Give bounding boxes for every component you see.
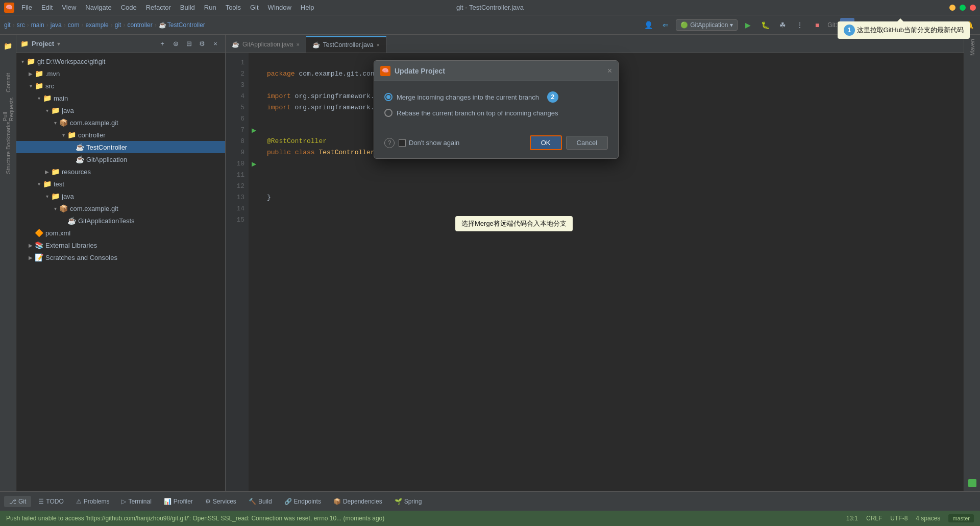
- file-encoding[interactable]: UTF-8: [890, 515, 908, 522]
- test-label: test: [54, 180, 64, 188]
- help-button[interactable]: ?: [384, 138, 395, 148]
- dont-show-checkbox-label[interactable]: Don't show again: [399, 139, 459, 147]
- git-branch-label[interactable]: master: [948, 514, 974, 522]
- ok-button[interactable]: OK: [530, 135, 562, 150]
- minimize-button[interactable]: [949, 5, 955, 11]
- dialog-close-button[interactable]: ×: [607, 66, 612, 76]
- menu-window[interactable]: Window: [264, 2, 296, 13]
- tree-testcontroller[interactable]: ☕ TestController: [16, 141, 225, 153]
- resources-folder-icon: 📁: [51, 168, 60, 176]
- vcs-update-icon[interactable]: ⇐: [658, 18, 673, 32]
- run-button[interactable]: ▶: [741, 18, 755, 32]
- tree-java-main[interactable]: ▾ 📁 java: [16, 104, 225, 116]
- tree-package[interactable]: ▾ 📦 com.example.git: [16, 116, 225, 129]
- bottom-tab-terminal[interactable]: ▷ Terminal: [116, 496, 156, 507]
- tree-resources[interactable]: ▶ 📁 resources: [16, 165, 225, 178]
- menu-edit[interactable]: Edit: [37, 2, 57, 13]
- git-config-dropdown[interactable]: 🟢 GitApplication ▾: [676, 19, 738, 31]
- menu-navigate[interactable]: Navigate: [81, 2, 115, 13]
- bc-testcontroller[interactable]: TestController: [167, 21, 205, 29]
- status-right: 13:1 CRLF UTF-8 4 spaces master: [846, 514, 974, 522]
- tree-src[interactable]: ▾ 📁 src: [16, 80, 225, 92]
- tree-test[interactable]: ▾ 📁 test: [16, 178, 225, 190]
- more-actions-button[interactable]: ⋮: [793, 18, 807, 32]
- tab-gitapplication[interactable]: ☕ GitApplication.java ×: [226, 36, 306, 53]
- right-maven-label[interactable]: Maven: [969, 35, 975, 60]
- tree-gitapplication[interactable]: ☕ GitApplication: [16, 153, 225, 165]
- bc-example[interactable]: example: [85, 21, 108, 29]
- bc-git2[interactable]: git: [115, 21, 121, 29]
- line-separator[interactable]: CRLF: [866, 515, 882, 522]
- tree-controller[interactable]: ▾ 📁 controller: [16, 129, 225, 141]
- menu-help[interactable]: Help: [297, 2, 318, 13]
- bc-main[interactable]: main: [31, 21, 44, 29]
- menu-view[interactable]: View: [58, 2, 80, 13]
- sidebar-structure-icon[interactable]: Structure: [1, 155, 15, 170]
- tab-testcontroller[interactable]: ☕ TestController.java ×: [306, 36, 386, 53]
- menu-file[interactable]: File: [17, 2, 36, 13]
- bottom-tab-todo[interactable]: ☰ TODO: [33, 496, 68, 507]
- bottom-tab-profiler[interactable]: 📊 Profiler: [159, 496, 198, 507]
- pom-label: pom.xml: [45, 229, 70, 237]
- sidebar-project-icon[interactable]: 📁: [1, 39, 15, 53]
- menu-tools[interactable]: Tools: [222, 2, 245, 13]
- menu-git[interactable]: Git: [246, 2, 263, 13]
- panel-dropdown-icon[interactable]: ▾: [57, 40, 60, 47]
- menu-refactor[interactable]: Refactor: [142, 2, 175, 13]
- dont-show-checkbox[interactable]: [399, 139, 406, 147]
- cursor-position[interactable]: 13:1: [846, 515, 858, 522]
- tree-package-test[interactable]: ▾ 📦 com.example.git: [16, 202, 225, 214]
- bottom-tab-git[interactable]: ⎇ Git: [4, 496, 31, 507]
- radio-merge-circle[interactable]: [384, 93, 393, 101]
- scroll-to-center-button[interactable]: ⊜: [170, 38, 181, 50]
- panel-settings-button[interactable]: ⚙: [197, 38, 208, 50]
- tree-external-libs[interactable]: ▶ 📚 External Libraries: [16, 239, 225, 251]
- stop-button[interactable]: ■: [810, 18, 824, 32]
- tree-root[interactable]: ▾ 📁 git D:\Workspace\git\git: [16, 55, 225, 67]
- tree-main[interactable]: ▾ 📁 main: [16, 92, 225, 104]
- bottom-tab-problems[interactable]: ⚠ Problems: [71, 496, 115, 507]
- controller-folder-icon: 📁: [67, 131, 76, 139]
- tree-pom[interactable]: 🔶 pom.xml: [16, 227, 225, 239]
- restore-button[interactable]: [960, 5, 966, 11]
- menu-run[interactable]: Run: [200, 2, 220, 13]
- bc-com[interactable]: com: [68, 21, 80, 29]
- sidebar-pull-requests-icon[interactable]: Pull Requests: [1, 102, 15, 116]
- bottom-tab-dependencies[interactable]: 📦 Dependencies: [328, 496, 387, 507]
- tree-java-test[interactable]: ▾ 📁 java: [16, 190, 225, 202]
- sidebar-commit-icon[interactable]: Commit: [1, 76, 15, 90]
- cancel-button[interactable]: Cancel: [566, 136, 608, 150]
- bc-git[interactable]: git: [4, 21, 11, 29]
- git-tab-label: Git: [18, 498, 26, 505]
- collapse-all-button[interactable]: ⊟: [183, 38, 194, 50]
- bottom-tab-endpoints[interactable]: 🔗 Endpoints: [279, 496, 326, 507]
- sidebar-bookmarks-icon[interactable]: Bookmarks: [1, 129, 15, 143]
- tree-mvn[interactable]: ▶ 📁 .mvn: [16, 67, 225, 80]
- radio-rebase-circle[interactable]: [384, 109, 393, 117]
- services-tab-label: Services: [213, 498, 236, 505]
- gitapp-tab-close[interactable]: ×: [296, 41, 299, 47]
- add-content-root-button[interactable]: +: [157, 38, 168, 50]
- menu-code[interactable]: Code: [117, 2, 141, 13]
- indent-setting[interactable]: 4 spaces: [916, 515, 940, 522]
- tree-gitapptests[interactable]: ☕ GitApplicationTests: [16, 214, 225, 227]
- bottom-tab-services[interactable]: ⚙ Services: [200, 496, 241, 507]
- menu-build[interactable]: Build: [176, 2, 199, 13]
- bookmarks-vertical-label: Bookmarks: [5, 122, 11, 150]
- tree-scratches[interactable]: ▶ 📝 Scratches and Consoles: [16, 251, 225, 264]
- close-button[interactable]: [970, 5, 976, 11]
- bc-java[interactable]: java: [51, 21, 62, 29]
- window-title: git - TestController.java: [456, 4, 524, 11]
- profile-icon[interactable]: 👤: [641, 18, 655, 32]
- coverage-button[interactable]: ☘: [775, 18, 790, 32]
- radio-option-rebase[interactable]: Rebase the current branch on top of inco…: [384, 109, 608, 117]
- bottom-tab-spring[interactable]: 🌱 Spring: [389, 496, 427, 507]
- tc-tab-close[interactable]: ×: [377, 42, 380, 48]
- bc-src[interactable]: src: [17, 21, 25, 29]
- bottom-tab-build[interactable]: 🔨 Build: [243, 496, 277, 507]
- hide-panel-button[interactable]: ×: [210, 38, 221, 50]
- radio-option-merge[interactable]: Merge incoming changes into the current …: [384, 91, 608, 103]
- git-label: Git:: [827, 21, 837, 29]
- bc-controller[interactable]: controller: [127, 21, 152, 29]
- debug-button[interactable]: 🐛: [758, 18, 772, 32]
